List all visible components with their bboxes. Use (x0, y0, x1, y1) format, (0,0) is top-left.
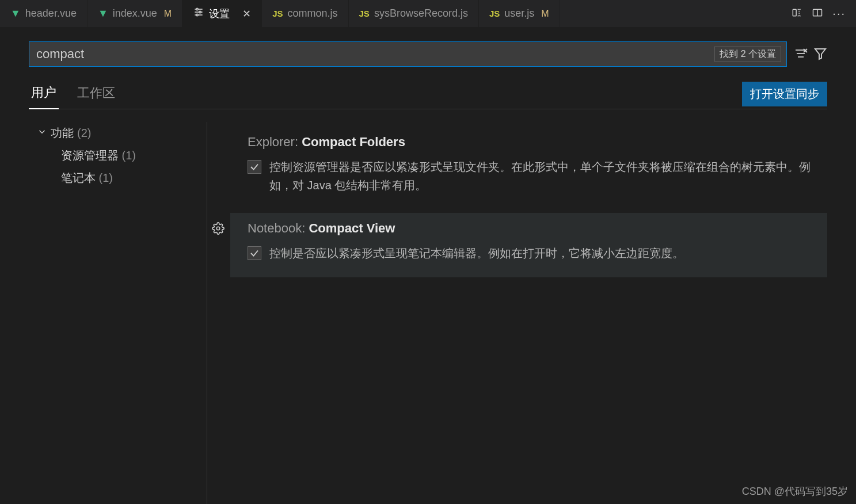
search-result-count: 找到 2 个设置 (714, 47, 781, 62)
vue-icon: ▼ (98, 7, 108, 20)
tab-label: common.js (287, 7, 337, 20)
tab-user-js[interactable]: JS user.js M (479, 0, 560, 27)
tab-label: user.js (504, 7, 534, 20)
tab-sysbrowserecord-js[interactable]: JS sysBrowseRecord.js (349, 0, 479, 27)
modified-indicator: M (164, 9, 172, 19)
svg-point-3 (196, 8, 198, 10)
svg-marker-14 (815, 49, 825, 59)
editor-tabs: ▼ header.vue ▼ index.vue M 设置 ✕ JS commo… (0, 0, 856, 28)
tab-label: 设置 (209, 7, 230, 21)
svg-point-5 (196, 14, 198, 16)
open-settings-sync-button[interactable]: 打开设置同步 (742, 82, 827, 106)
svg-point-4 (199, 11, 201, 13)
svg-point-15 (216, 227, 220, 230)
js-icon: JS (489, 9, 500, 18)
toc-item-notebook[interactable]: 笔记本 (1) (29, 167, 201, 189)
setting-notebook-compact-view: Notebook: Compact View 控制是否应以紧凑形式呈现笔记本编辑… (230, 213, 827, 277)
compare-icon[interactable] (791, 7, 802, 20)
modified-indicator: M (541, 9, 549, 19)
js-icon: JS (359, 9, 370, 18)
close-icon[interactable]: ✕ (242, 7, 251, 20)
tab-header-vue[interactable]: ▼ header.vue (0, 0, 87, 27)
tab-common-js[interactable]: JS common.js (262, 0, 348, 27)
split-editor-icon[interactable] (812, 7, 823, 20)
tab-label: header.vue (25, 7, 77, 20)
search-row: 找到 2 个设置 (29, 41, 827, 67)
chevron-down-icon (37, 127, 47, 140)
watermark: CSDN @代码写到35岁 (742, 484, 848, 498)
tab-index-vue[interactable]: ▼ index.vue M (87, 0, 182, 27)
svg-rect-6 (793, 9, 797, 16)
js-icon: JS (272, 9, 283, 18)
tabbar-actions: ··· (781, 0, 856, 27)
settings-search-input[interactable] (29, 41, 787, 67)
toc-item-count: (1) (122, 149, 136, 162)
toc-item-label: 资源管理器 (61, 149, 119, 162)
settings-list: Explorer: Compact Folders 控制资源管理器是否应以紧凑形… (207, 122, 827, 504)
gear-icon[interactable] (212, 222, 225, 236)
checkbox[interactable] (248, 160, 261, 174)
tab-settings[interactable]: 设置 ✕ (182, 0, 262, 27)
tab-label: index.vue (113, 7, 157, 20)
settings-content: 功能 (2) 资源管理器 (1) 笔记本 (1) Explorer: Compa… (29, 122, 827, 504)
setting-title: Explorer: Compact Folders (248, 135, 816, 150)
clear-search-icon[interactable] (794, 47, 808, 62)
scope-tabs: 用户 工作区 打开设置同步 (29, 79, 827, 109)
setting-title: Notebook: Compact View (248, 221, 816, 236)
tab-label: sysBrowseRecord.js (374, 7, 468, 20)
toc-item-count: (1) (99, 171, 113, 184)
settings-toc: 功能 (2) 资源管理器 (1) 笔记本 (1) (29, 122, 207, 504)
toc-item-explorer[interactable]: 资源管理器 (1) (29, 144, 201, 167)
filter-icon[interactable] (813, 47, 827, 62)
more-icon[interactable]: ··· (832, 7, 846, 20)
vue-icon: ▼ (10, 7, 21, 20)
setting-explorer-compact-folders: Explorer: Compact Folders 控制资源管理器是否应以紧凑形… (230, 127, 827, 209)
checkbox[interactable] (248, 246, 261, 260)
sliders-icon (193, 6, 204, 21)
scope-workspace-tab[interactable]: 工作区 (75, 80, 117, 109)
setting-description: 控制资源管理器是否应以紧凑形式呈现文件夹。在此形式中，单个子文件夹将被压缩在组合… (269, 158, 816, 194)
scope-user-tab[interactable]: 用户 (29, 79, 59, 109)
toc-group-label: 功能 (51, 125, 74, 141)
toc-group-count: (2) (77, 127, 91, 140)
setting-description: 控制是否应以紧凑形式呈现笔记本编辑器。例如在打开时，它将减小左边距宽度。 (269, 244, 684, 262)
settings-editor: 找到 2 个设置 用户 工作区 打开设置同步 功能 (2) 资源管理 (0, 28, 856, 504)
toc-group-features[interactable]: 功能 (2) (29, 122, 201, 144)
toc-item-label: 笔记本 (61, 171, 96, 184)
